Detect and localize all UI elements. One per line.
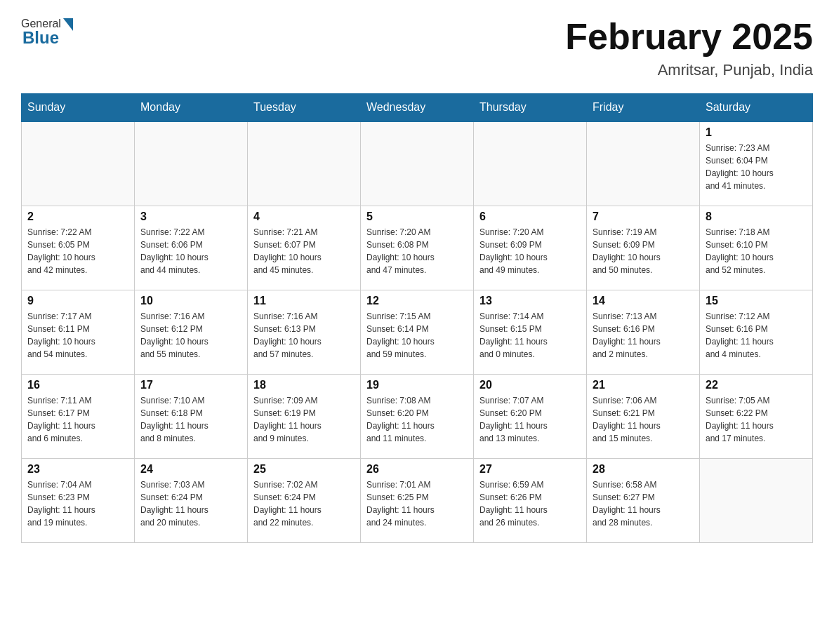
day-cell: 9Sunrise: 7:17 AM Sunset: 6:11 PM Daylig…	[22, 290, 135, 374]
day-number: 19	[366, 379, 468, 391]
week-row-4: 23Sunrise: 7:04 AM Sunset: 6:23 PM Dayli…	[22, 458, 813, 542]
day-number: 25	[253, 463, 355, 476]
day-info: Sunrise: 7:18 AM Sunset: 6:10 PM Dayligh…	[706, 226, 807, 276]
day-header-monday: Monday	[135, 94, 248, 122]
day-number: 23	[27, 463, 128, 476]
week-row-3: 16Sunrise: 7:11 AM Sunset: 6:17 PM Dayli…	[22, 374, 813, 458]
day-cell: 25Sunrise: 7:02 AM Sunset: 6:24 PM Dayli…	[248, 458, 361, 542]
day-cell: 4Sunrise: 7:21 AM Sunset: 6:07 PM Daylig…	[248, 206, 361, 290]
day-header-saturday: Saturday	[700, 94, 813, 122]
days-row: SundayMondayTuesdayWednesdayThursdayFrid…	[22, 94, 813, 122]
day-cell: 21Sunrise: 7:06 AM Sunset: 6:21 PM Dayli…	[587, 374, 700, 458]
day-cell: 3Sunrise: 7:22 AM Sunset: 6:06 PM Daylig…	[135, 206, 248, 290]
day-info: Sunrise: 7:06 AM Sunset: 6:21 PM Dayligh…	[593, 394, 694, 445]
day-cell: 23Sunrise: 7:04 AM Sunset: 6:23 PM Dayli…	[22, 458, 135, 542]
day-number: 20	[479, 379, 581, 391]
day-number: 2	[27, 210, 128, 223]
day-cell: 5Sunrise: 7:20 AM Sunset: 6:08 PM Daylig…	[361, 206, 474, 290]
day-info: Sunrise: 7:21 AM Sunset: 6:07 PM Dayligh…	[253, 226, 355, 276]
day-cell: 6Sunrise: 7:20 AM Sunset: 6:09 PM Daylig…	[474, 206, 587, 290]
day-cell: 27Sunrise: 6:59 AM Sunset: 6:26 PM Dayli…	[474, 458, 587, 542]
day-info: Sunrise: 7:15 AM Sunset: 6:14 PM Dayligh…	[366, 310, 468, 361]
day-cell: 11Sunrise: 7:16 AM Sunset: 6:13 PM Dayli…	[248, 290, 361, 374]
day-cell	[135, 121, 248, 206]
day-cell: 16Sunrise: 7:11 AM Sunset: 6:17 PM Dayli…	[22, 374, 135, 458]
day-cell: 28Sunrise: 6:58 AM Sunset: 6:27 PM Dayli…	[587, 458, 700, 542]
day-number: 21	[593, 379, 694, 391]
day-cell: 19Sunrise: 7:08 AM Sunset: 6:20 PM Dayli…	[361, 374, 474, 458]
day-cell: 18Sunrise: 7:09 AM Sunset: 6:19 PM Dayli…	[248, 374, 361, 458]
day-header-wednesday: Wednesday	[361, 94, 474, 122]
day-number: 6	[479, 210, 581, 223]
day-number: 16	[27, 379, 128, 391]
day-info: Sunrise: 7:16 AM Sunset: 6:12 PM Dayligh…	[140, 310, 241, 361]
day-number: 3	[140, 210, 241, 223]
calendar-title: February 2025	[565, 17, 813, 57]
page-header: General Blue February 2025 Amritsar, Pun…	[21, 17, 813, 79]
day-cell: 17Sunrise: 7:10 AM Sunset: 6:18 PM Dayli…	[135, 374, 248, 458]
day-cell: 14Sunrise: 7:13 AM Sunset: 6:16 PM Dayli…	[587, 290, 700, 374]
day-info: Sunrise: 7:14 AM Sunset: 6:15 PM Dayligh…	[479, 310, 581, 361]
day-info: Sunrise: 7:05 AM Sunset: 6:22 PM Dayligh…	[706, 394, 807, 445]
calendar-table: SundayMondayTuesdayWednesdayThursdayFrid…	[21, 93, 813, 543]
day-cell: 1Sunrise: 7:23 AM Sunset: 6:04 PM Daylig…	[700, 121, 813, 206]
day-cell: 24Sunrise: 7:03 AM Sunset: 6:24 PM Dayli…	[135, 458, 248, 542]
day-cell: 2Sunrise: 7:22 AM Sunset: 6:05 PM Daylig…	[22, 206, 135, 290]
day-info: Sunrise: 7:20 AM Sunset: 6:09 PM Dayligh…	[479, 226, 581, 276]
day-number: 1	[706, 126, 807, 139]
logo-blue-text: Blue	[22, 28, 59, 48]
day-cell: 13Sunrise: 7:14 AM Sunset: 6:15 PM Dayli…	[474, 290, 587, 374]
day-header-friday: Friday	[587, 94, 700, 122]
calendar-body: 1Sunrise: 7:23 AM Sunset: 6:04 PM Daylig…	[22, 121, 813, 542]
day-cell: 15Sunrise: 7:12 AM Sunset: 6:16 PM Dayli…	[700, 290, 813, 374]
day-number: 27	[479, 463, 581, 476]
day-info: Sunrise: 7:11 AM Sunset: 6:17 PM Dayligh…	[27, 394, 128, 445]
day-number: 12	[366, 295, 468, 307]
day-cell	[587, 121, 700, 206]
day-info: Sunrise: 7:01 AM Sunset: 6:25 PM Dayligh…	[366, 478, 468, 529]
day-header-thursday: Thursday	[474, 94, 587, 122]
day-cell: 12Sunrise: 7:15 AM Sunset: 6:14 PM Dayli…	[361, 290, 474, 374]
day-cell: 10Sunrise: 7:16 AM Sunset: 6:12 PM Dayli…	[135, 290, 248, 374]
day-number: 4	[253, 210, 355, 223]
day-number: 26	[366, 463, 468, 476]
day-info: Sunrise: 7:04 AM Sunset: 6:23 PM Dayligh…	[27, 478, 128, 529]
day-info: Sunrise: 7:23 AM Sunset: 6:04 PM Dayligh…	[706, 142, 807, 192]
day-number: 5	[366, 210, 468, 223]
day-number: 10	[140, 295, 241, 307]
calendar-subtitle: Amritsar, Punjab, India	[565, 61, 813, 79]
day-info: Sunrise: 7:08 AM Sunset: 6:20 PM Dayligh…	[366, 394, 468, 445]
logo: General Blue	[21, 17, 73, 48]
day-cell	[248, 121, 361, 206]
day-info: Sunrise: 6:58 AM Sunset: 6:27 PM Dayligh…	[593, 478, 694, 529]
day-number: 15	[706, 295, 807, 307]
day-info: Sunrise: 7:02 AM Sunset: 6:24 PM Dayligh…	[253, 478, 355, 529]
day-header-sunday: Sunday	[22, 94, 135, 122]
week-row-2: 9Sunrise: 7:17 AM Sunset: 6:11 PM Daylig…	[22, 290, 813, 374]
day-number: 9	[27, 295, 128, 307]
day-info: Sunrise: 7:03 AM Sunset: 6:24 PM Dayligh…	[140, 478, 241, 529]
day-info: Sunrise: 7:12 AM Sunset: 6:16 PM Dayligh…	[706, 310, 807, 361]
day-cell: 7Sunrise: 7:19 AM Sunset: 6:09 PM Daylig…	[587, 206, 700, 290]
day-info: Sunrise: 7:07 AM Sunset: 6:20 PM Dayligh…	[479, 394, 581, 445]
day-cell	[474, 121, 587, 206]
day-cell	[22, 121, 135, 206]
day-number: 24	[140, 463, 241, 476]
day-info: Sunrise: 7:16 AM Sunset: 6:13 PM Dayligh…	[253, 310, 355, 361]
title-section: February 2025 Amritsar, Punjab, India	[565, 17, 813, 79]
day-info: Sunrise: 6:59 AM Sunset: 6:26 PM Dayligh…	[479, 478, 581, 529]
day-info: Sunrise: 7:19 AM Sunset: 6:09 PM Dayligh…	[593, 226, 694, 276]
day-info: Sunrise: 7:20 AM Sunset: 6:08 PM Dayligh…	[366, 226, 468, 276]
day-cell: 8Sunrise: 7:18 AM Sunset: 6:10 PM Daylig…	[700, 206, 813, 290]
logo-arrow-icon	[63, 18, 73, 31]
week-row-0: 1Sunrise: 7:23 AM Sunset: 6:04 PM Daylig…	[22, 121, 813, 206]
day-cell	[361, 121, 474, 206]
day-info: Sunrise: 7:09 AM Sunset: 6:19 PM Dayligh…	[253, 394, 355, 445]
day-number: 18	[253, 379, 355, 391]
day-header-tuesday: Tuesday	[248, 94, 361, 122]
day-cell: 20Sunrise: 7:07 AM Sunset: 6:20 PM Dayli…	[474, 374, 587, 458]
day-info: Sunrise: 7:10 AM Sunset: 6:18 PM Dayligh…	[140, 394, 241, 445]
calendar-header: SundayMondayTuesdayWednesdayThursdayFrid…	[22, 94, 813, 122]
week-row-1: 2Sunrise: 7:22 AM Sunset: 6:05 PM Daylig…	[22, 206, 813, 290]
day-number: 28	[593, 463, 694, 476]
